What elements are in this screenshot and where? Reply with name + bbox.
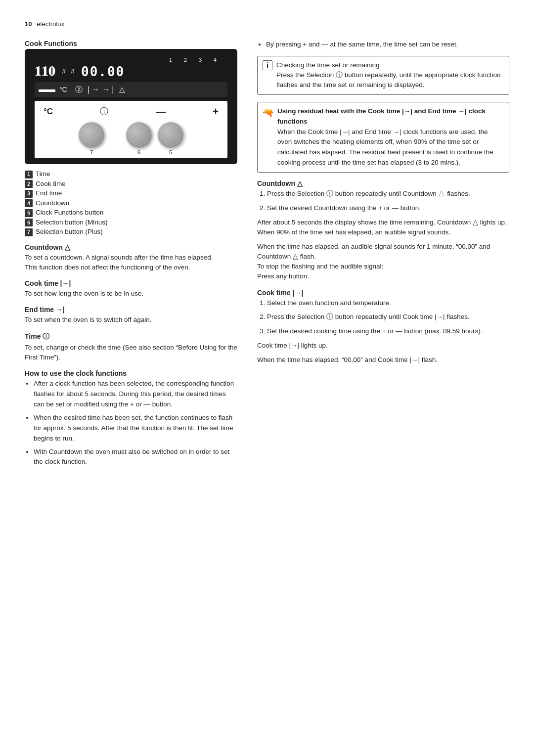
end-time-section-left: End time →| To set when the oven is to s… [25, 306, 237, 325]
info-box: i Checking the time set or remaining Pre… [257, 56, 509, 95]
page-header: 10 electrolux [25, 20, 509, 28]
time-title-left: Time ⓘ [25, 332, 237, 341]
how-to-section: How to use the clock functions After a c… [25, 369, 237, 467]
warn-content: Using residual heat with the Cook time |… [277, 106, 504, 169]
legend-label-4: Countdown [36, 199, 69, 207]
knob-labels-row: 7 6 5 [39, 149, 223, 155]
warn-icon: 🔫 [263, 106, 273, 169]
minus-symbol: — [156, 106, 166, 117]
arrow-bar-icon: ❘→ [86, 85, 99, 94]
legend: 1 Time 2 Cook time 3 End time 4 Countdow… [25, 170, 237, 236]
cook-time-title-right: Cook time |→| [257, 289, 509, 297]
countdown-step-1: Press the Selection ⓘ button repeatedly … [267, 189, 509, 199]
countdown-text-left: To set a countdown. A signal sounds afte… [25, 253, 237, 273]
warn-box: 🔫 Using residual heat with the Cook time… [257, 102, 509, 173]
legend-label-3: End time [36, 189, 62, 197]
cook-functions-title: Cook Functions [25, 40, 237, 47]
legend-label-1: Time [36, 170, 50, 178]
plus-symbol: + [213, 106, 219, 117]
oven-icons-row: ▬▬ °C ⓩ ❘→ →❘ △ [35, 82, 227, 97]
knob-label-5: 5 [158, 149, 183, 155]
left-column: Cook Functions 1 2 3 4 𝟏𝟏𝟎 〃〃 [25, 40, 237, 474]
legend-label-6: Selection button (Minus) [36, 219, 108, 226]
legend-num-4: 4 [25, 199, 33, 207]
countdown-steps: Press the Selection ⓘ button repeatedly … [257, 189, 509, 214]
how-to-title: How to use the clock functions [25, 369, 237, 377]
legend-label-2: Cook time [36, 180, 66, 187]
cook-time-section-right: Cook time |→| Select the oven function a… [257, 289, 509, 365]
cook-time-step-2: Press the Selection ⓘ button repeatedly … [267, 312, 509, 322]
cook-time-para1: Cook time |→| lights up. [257, 341, 509, 351]
legend-item-1: 1 Time [25, 170, 237, 178]
knob-6[interactable] [126, 122, 152, 148]
legend-label-5: Clock Functions button [36, 209, 103, 216]
cook-time-text-left: To set how long the oven is to be in use… [25, 289, 237, 299]
legend-label-7: Selection button (Plus) [36, 228, 103, 235]
right-digits: 00.00 [81, 64, 125, 79]
countdown-para2: When the time has elapsed, an audible si… [257, 242, 509, 282]
arrow-right-icon: →❘ [102, 85, 116, 94]
time-section-left: Time ⓘ To set, change or check the time … [25, 332, 237, 363]
countdown-para1: After about 5 seconds the display shows … [257, 218, 509, 238]
cook-time-section-left: Cook time |→| To set how long the oven i… [25, 279, 237, 299]
countdown-section-left: Countdown △ To set a countdown. A signal… [25, 243, 237, 273]
num-1: 1 [163, 57, 178, 63]
bullet-1: After a clock function has been selected… [34, 379, 237, 410]
reset-bullet: By pressing + and — at the same time, th… [266, 40, 509, 50]
knob-5[interactable] [158, 122, 183, 148]
panel-icons-row: °C ⓘ — + [39, 106, 223, 117]
legend-num-1: 1 [25, 171, 33, 178]
legend-item-3: 3 End time [25, 189, 237, 198]
how-to-bullets: After a clock function has been selected… [25, 379, 237, 467]
cook-time-para2: When the time has elapsed, “00.00” and C… [257, 355, 509, 365]
end-time-text-left: To set when the oven is to switch off ag… [25, 315, 237, 325]
brand-name: electrolux [37, 20, 64, 28]
oven-diagram: 1 2 3 4 𝟏𝟏𝟎 〃〃 00.00 [25, 49, 237, 164]
legend-item-5: 5 Clock Functions button [25, 209, 237, 217]
info-text: Checking the time set or remaining Press… [276, 60, 504, 90]
num-labels-row: 1 2 3 4 [35, 57, 227, 63]
knob-label-7: 7 [79, 149, 104, 155]
end-time-title-left: End time →| [25, 306, 237, 313]
cook-time-title-left: Cook time |→| [25, 279, 237, 287]
countdown-title-right: Countdown △ [257, 179, 509, 187]
time-text-left: To set, change or check the time (See al… [25, 343, 237, 363]
countdown-section-right: Countdown △ Press the Selection ⓘ button… [257, 179, 509, 281]
wave-icon: 〃〃 [59, 66, 77, 78]
legend-item-4: 4 Countdown [25, 199, 237, 208]
legend-item-6: 6 Selection button (Minus) [25, 219, 237, 227]
display-row: 𝟏𝟏𝟎 〃〃 00.00 [35, 64, 227, 79]
legend-num-2: 2 [25, 180, 33, 188]
countdown-step-2: Set the desired Countdown using the + or… [267, 203, 509, 214]
left-digits: 𝟏𝟏𝟎 [35, 64, 55, 79]
right-column: By pressing + and — at the same time, th… [257, 40, 509, 474]
triangle-icon: △ [119, 85, 125, 94]
warn-body: When the Cook time |→| and End time →| c… [277, 128, 493, 167]
num-2: 2 [178, 57, 193, 63]
knobs-row [39, 122, 223, 148]
page-number: 10 [25, 20, 32, 28]
selection-icon: ⓘ [100, 106, 108, 117]
celsius-label: °C [44, 107, 53, 117]
cook-time-step-3: Set the desired cooking time using the +… [267, 326, 509, 337]
num-3: 3 [193, 57, 208, 63]
knob-label-6: 6 [126, 149, 152, 155]
clock-icon: ⓩ [75, 85, 83, 94]
bottom-panel: °C ⓘ — + 7 6 [35, 101, 227, 158]
cook-functions-section: Cook Functions 1 2 3 4 𝟏𝟏𝟎 〃〃 [25, 40, 237, 236]
legend-num-7: 7 [25, 228, 33, 236]
c-symbol: °C [59, 86, 67, 93]
warn-title: Using residual heat with the Cook time |… [277, 107, 486, 125]
bullet-2: When the desired time has been set, the … [34, 413, 237, 444]
legend-num-5: 5 [25, 209, 33, 217]
legend-item-2: 2 Cook time [25, 180, 237, 188]
knob-7[interactable] [79, 122, 104, 148]
bullet-3: With Countdown the oven must also be swi… [34, 447, 237, 468]
countdown-title-left: Countdown △ [25, 243, 237, 251]
legend-item-7: 7 Selection button (Plus) [25, 228, 237, 236]
legend-num-6: 6 [25, 219, 33, 226]
reset-bullet-list: By pressing + and — at the same time, th… [257, 40, 509, 50]
legend-num-3: 3 [25, 190, 33, 198]
celsius-display: ▬▬ [39, 85, 55, 94]
info-icon: i [263, 60, 272, 70]
